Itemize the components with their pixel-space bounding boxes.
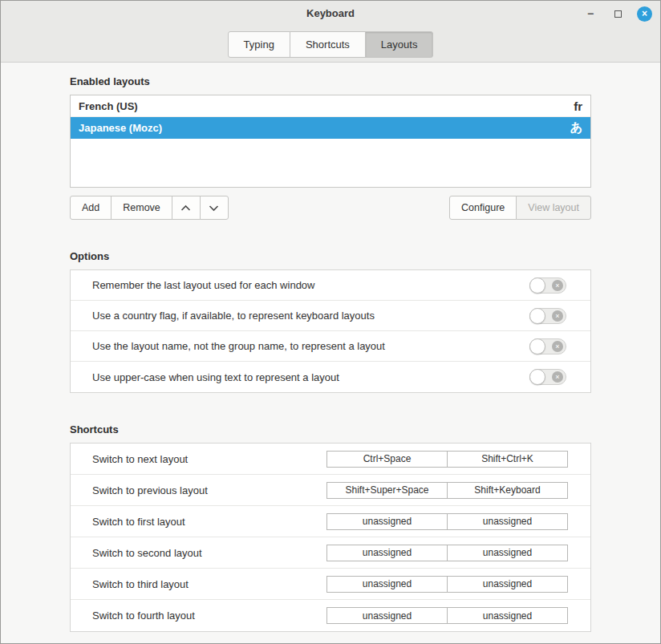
layout-indicator-glyph: あ: [570, 120, 582, 136]
minimize-button[interactable]: −: [582, 6, 598, 22]
keybinding-button-1[interactable]: Ctrl+Space: [326, 451, 448, 468]
keybinding-button-2[interactable]: unassigned: [447, 545, 568, 561]
option-row-upper-case: Use upper-case when using text to repres…: [71, 362, 590, 392]
layout-indicator-glyph: fr: [574, 99, 582, 113]
move-layout-up-button[interactable]: [172, 196, 201, 220]
window-title: Keyboard: [1, 1, 660, 26]
option-row-remember-layout: Remember the last layout used for each w…: [71, 270, 590, 301]
tab-layouts[interactable]: Layouts: [365, 31, 434, 58]
shortcut-label: Switch to previous layout: [92, 484, 208, 496]
keybinding-button-2[interactable]: unassigned: [447, 576, 568, 593]
chevron-up-icon: [180, 205, 191, 212]
layout-view-buttons: Configure View layout: [449, 196, 591, 220]
close-icon: ×: [642, 8, 647, 19]
keybinding-button-1[interactable]: Shift+Super+Space: [326, 482, 448, 499]
keybinding-button-2[interactable]: Shift+Keyboard: [447, 482, 568, 499]
tab-typing[interactable]: Typing: [228, 31, 290, 58]
enabled-layouts-heading: Enabled layouts: [70, 75, 591, 87]
shortcut-row-previous-layout: Switch to previous layout Shift+Super+Sp…: [71, 475, 590, 506]
toggle-off-icon: ×: [552, 341, 563, 352]
tab-shortcuts[interactable]: Shortcuts: [290, 31, 366, 58]
toggle-knob: [529, 338, 545, 354]
enabled-layouts-list: French (US) fr Japanese (Mozc) あ: [70, 95, 591, 188]
layout-edit-buttons: Add Remove: [70, 196, 229, 220]
view-layout-button[interactable]: View layout: [516, 196, 591, 220]
layout-actions-row: Add Remove Configure View layout: [70, 196, 591, 220]
option-label: Use a country flag, if available, to rep…: [92, 310, 375, 322]
keybinding-button-2[interactable]: unassigned: [447, 607, 568, 624]
toggle-country-flag[interactable]: ×: [529, 308, 566, 324]
toggle-remember-layout[interactable]: ×: [529, 277, 566, 294]
layout-row-japanese[interactable]: Japanese (Mozc) あ: [71, 117, 590, 139]
move-layout-down-button[interactable]: [200, 196, 229, 220]
tab-bar: Typing Shortcuts Layouts: [1, 26, 660, 62]
shortcut-label: Switch to third layout: [92, 578, 189, 590]
shortcut-label: Switch to second layout: [92, 547, 202, 559]
shortcut-label: Switch to first layout: [92, 516, 185, 528]
minimize-icon: −: [587, 7, 594, 20]
layout-name: French (US): [79, 100, 138, 112]
keybinding-button-1[interactable]: unassigned: [326, 576, 448, 593]
main-content: Enabled layouts French (US) fr Japanese …: [1, 63, 660, 632]
keybinding-button-1[interactable]: unassigned: [326, 513, 448, 530]
shortcut-row-second-layout: Switch to second layout unassigned unass…: [71, 537, 590, 569]
option-label: Use the layout name, not the group name,…: [92, 340, 385, 352]
layout-row-french[interactable]: French (US) fr: [71, 95, 590, 117]
binding-group: unassigned unassigned: [326, 545, 568, 561]
toggle-knob: [529, 369, 545, 385]
maximize-icon: [614, 10, 622, 18]
remove-layout-button[interactable]: Remove: [111, 196, 172, 220]
window-header: Keyboard − × Typing Shortcuts Layouts: [1, 1, 660, 63]
toggle-off-icon: ×: [552, 371, 563, 383]
titlebar: Keyboard − ×: [1, 1, 660, 26]
keybinding-button-2[interactable]: Shift+Ctrl+K: [447, 451, 568, 468]
binding-group: Shift+Super+Space Shift+Keyboard: [326, 482, 568, 499]
keybinding-button-2[interactable]: unassigned: [447, 513, 568, 530]
toggle-layout-name[interactable]: ×: [529, 338, 566, 354]
shortcuts-heading: Shortcuts: [70, 423, 591, 435]
maximize-button[interactable]: [610, 6, 626, 22]
binding-group: unassigned unassigned: [326, 576, 568, 593]
toggle-knob: [529, 308, 545, 324]
shortcut-label: Switch to next layout: [92, 453, 188, 465]
toggle-off-icon: ×: [552, 280, 563, 291]
keybinding-button-1[interactable]: unassigned: [326, 607, 448, 624]
binding-group: Ctrl+Space Shift+Ctrl+K: [326, 451, 568, 468]
option-label: Remember the last layout used for each w…: [92, 279, 314, 291]
binding-group: unassigned unassigned: [326, 607, 568, 624]
shortcut-row-fourth-layout: Switch to fourth layout unassigned unass…: [71, 600, 590, 631]
options-panel: Remember the last layout used for each w…: [70, 269, 591, 393]
add-layout-button[interactable]: Add: [70, 196, 112, 220]
layout-name: Japanese (Mozc): [79, 122, 162, 134]
toggle-off-icon: ×: [552, 310, 563, 322]
option-row-country-flag: Use a country flag, if available, to rep…: [71, 301, 590, 331]
window-controls: − ×: [582, 1, 652, 26]
chevron-down-icon: [209, 205, 219, 212]
shortcut-label: Switch to fourth layout: [92, 610, 195, 622]
keybinding-button-1[interactable]: unassigned: [326, 545, 448, 561]
configure-button[interactable]: Configure: [449, 196, 517, 220]
binding-group: unassigned unassigned: [326, 513, 568, 530]
option-label: Use upper-case when using text to repres…: [92, 371, 339, 383]
shortcut-row-first-layout: Switch to first layout unassigned unassi…: [71, 506, 590, 537]
shortcuts-panel: Switch to next layout Ctrl+Space Shift+C…: [70, 443, 591, 632]
toggle-upper-case[interactable]: ×: [529, 369, 566, 385]
options-heading: Options: [70, 250, 591, 262]
option-row-layout-name: Use the layout name, not the group name,…: [71, 331, 590, 362]
shortcut-row-next-layout: Switch to next layout Ctrl+Space Shift+C…: [71, 444, 590, 475]
toggle-knob: [529, 277, 545, 294]
shortcut-row-third-layout: Switch to third layout unassigned unassi…: [71, 569, 590, 600]
close-button[interactable]: ×: [637, 6, 652, 22]
